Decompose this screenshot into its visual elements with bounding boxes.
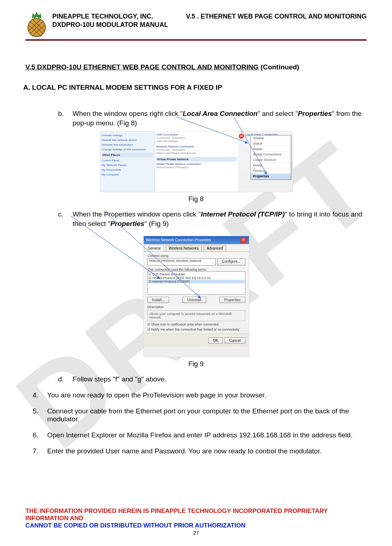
- chapter-title: V.5 . ETHERNET WEB PAGE CONTROL AND MONI…: [186, 12, 367, 29]
- fig9-ok-button: OK: [208, 337, 223, 344]
- step-4: 4.You are now ready to open the ProTelev…: [33, 391, 367, 399]
- header-rule: [25, 39, 367, 41]
- step-b-marker: b.: [58, 109, 66, 128]
- step-c: c. When the Properties window opens clic…: [58, 210, 367, 228]
- figure-9: Wireless Network Connection Properties ✕…: [143, 236, 249, 357]
- fig8-menu-properties: Properties: [251, 174, 291, 179]
- figure-9-caption: Fig 9: [25, 360, 367, 368]
- company-name: PINEAPPLE TECHNOLOGY, INC.: [52, 12, 168, 21]
- fig8-task: Change settings of this connection: [102, 147, 153, 152]
- step-7: 7.Enter the provided User name and Passw…: [33, 447, 367, 455]
- fig9-items-list: ☑ QoS Packet Scheduler ☑ AEGIS Protocol …: [147, 271, 245, 295]
- local-area-connection-term: Local Area Connection: [183, 110, 258, 117]
- fig9-configure-button: Configure...: [217, 258, 245, 266]
- fig8-context-menu: Disable Status Repair Bridge Connections…: [250, 135, 291, 179]
- fig8-task: Rename this connection: [102, 142, 153, 147]
- step-b: b. When the window opens right click "Lo…: [58, 109, 367, 128]
- page-header: PINEAPPLE TECHNOLOGY, INC. DXDPRO-10U MO…: [25, 11, 367, 37]
- fig9-tab-general: General: [144, 245, 164, 251]
- tcpip-term: Internet Protocol (TCP/IP): [201, 210, 285, 218]
- fig9-title: Wireless Network Connection Properties: [146, 236, 211, 244]
- section-title: V.5 DXDPRO-10U ETHERNET WEB PAGE CONTROL…: [25, 63, 367, 71]
- pineapple-logo-icon: [25, 11, 48, 37]
- properties-term-2: Properties: [110, 220, 144, 227]
- properties-term: Properties: [298, 110, 332, 117]
- close-icon: ✕: [240, 237, 247, 243]
- figure-8-caption: Fig 8: [25, 195, 367, 203]
- fig9-cancel-button: Cancel: [225, 337, 245, 344]
- disabled-x-icon: ✕: [239, 134, 244, 139]
- subsection-a: A. LOCAL PC INTERNAL MODEM SETTINGS FOR …: [23, 84, 367, 92]
- page-number: 27: [25, 530, 367, 536]
- page-footer: THE INFORMATION PROVIDED HEREIN IS PINEA…: [0, 507, 392, 536]
- step-6: 6.Open Internet Explorer or Mozilla Fire…: [33, 431, 367, 439]
- fig8-place: My Documents: [102, 167, 153, 172]
- step-5: 5.Connect your cable from the Ethernet p…: [33, 407, 367, 423]
- fig8-task: Disable this network device: [102, 138, 153, 142]
- fig8-place: My Computer: [102, 172, 153, 177]
- fig8-place: My Network Places: [102, 163, 153, 167]
- fig8-other-places-header: Other Places: [102, 153, 153, 157]
- footer-line-1: THE INFORMATION PROVIDED HEREIN IS PINEA…: [25, 507, 367, 522]
- figure-8: Firewall settings Disable this network d…: [100, 131, 293, 192]
- step-c-marker: c.: [58, 210, 66, 228]
- fig9-properties-button: Properties: [219, 297, 245, 303]
- fig9-tab-advanced: Advanced: [203, 245, 226, 251]
- fig8-place: Control Panel: [102, 158, 153, 163]
- fig9-uninstall-button: Uninstall: [183, 297, 206, 303]
- fig8-task: Firewall settings: [102, 133, 153, 138]
- manual-name: DXDPRO-10U MODULATOR MANUAL: [52, 21, 168, 29]
- step-d: d. Follow steps "f" and "g" above.: [58, 375, 367, 383]
- fig9-description: Allows your computer to access resources…: [147, 310, 245, 321]
- fig9-adapter-field: Atheros AR5004G Wireless Network: [147, 258, 216, 266]
- fig9-install-button: Install...: [147, 297, 169, 303]
- fig9-tab-wireless: Wireless Networks: [166, 245, 202, 251]
- footer-line-2: CANNOT BE COPIED OR DISTRIBUTED WITHOUT …: [25, 522, 367, 529]
